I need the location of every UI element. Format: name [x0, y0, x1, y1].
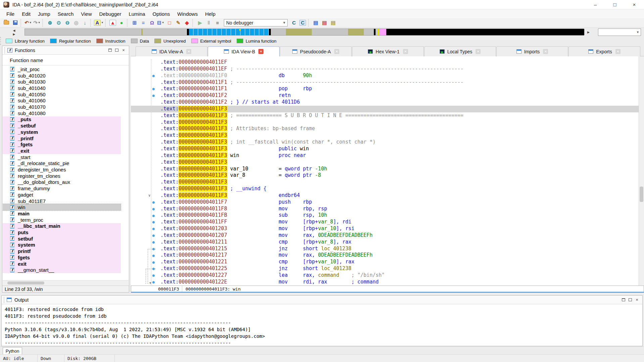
disasm-line[interactable]: .text:00000000004011EF ; ---------------…: [131, 66, 639, 72]
output-window-icon[interactable]: ▤: [329, 19, 337, 27]
disasm-line[interactable]: .text:00000000004011FB sub rsp, 10h: [131, 212, 639, 219]
menu-item-help[interactable]: Help: [201, 10, 219, 17]
menu-item-lumina[interactable]: Lumina: [125, 10, 149, 17]
function-row-main[interactable]: fmain: [3, 210, 121, 217]
debug-start-icon[interactable]: ▶: [196, 19, 204, 27]
function-row-_puts[interactable]: f_puts: [3, 116, 121, 123]
function-row-sub_401040[interactable]: fsub_401040: [3, 85, 121, 91]
jump-name-icon[interactable]: ⊙: [55, 19, 63, 27]
recent-scripts-icon[interactable]: ▤: [320, 19, 329, 27]
disasm-line[interactable]: .text:00000000004011F1 pop rbp: [131, 86, 639, 92]
navband-scroll-right-icon[interactable]: ▶: [586, 30, 591, 35]
function-row-_printf[interactable]: f_printf: [3, 135, 121, 142]
disasm-line[interactable]: .text:0000000000401221 cmp [rbp+var_10],…: [131, 259, 639, 265]
maximize-button[interactable]: □: [605, 0, 625, 9]
function-row-win[interactable]: fwin: [3, 204, 121, 210]
debug-pause-icon[interactable]: ‖: [205, 19, 213, 27]
disasm-line[interactable]: .text:0000000000401211 cmp [rbp+var_8], …: [131, 239, 639, 246]
disasm-line[interactable]: .text:00000000004011F3 var_10 = qword pt…: [131, 166, 639, 172]
function-row-_setbuf[interactable]: f_setbuf: [3, 122, 121, 129]
desktop-list-icon[interactable]: ▤: [312, 19, 320, 27]
disasm-line[interactable]: .text:00000000004011F1 ; ---------------…: [131, 79, 639, 86]
disasm-line[interactable]: .text:00000000004011EF: [131, 59, 639, 66]
menu-item-jump[interactable]: Jump: [34, 10, 54, 17]
function-row-sub_401020[interactable]: fsub_401020: [3, 72, 121, 79]
tab-local-types[interactable]: Local Types✕: [424, 46, 496, 56]
jump-back-icon[interactable]: ◎: [72, 19, 80, 27]
tab-close-icon[interactable]: ✕: [543, 49, 548, 54]
disasm-line[interactable]: .text:00000000004011F2 ; } // starts at …: [131, 99, 639, 106]
close-pane-icon[interactable]: ×: [634, 297, 640, 303]
navband-segment-gray[interactable]: [143, 29, 187, 35]
redo-icon[interactable]: ↷▼: [33, 19, 41, 27]
disasm-line[interactable]: .text:00000000004011F3 ; int __fastcall …: [131, 139, 639, 146]
function-row-deregister_tm_clones[interactable]: fderegister_tm_clones: [3, 166, 121, 173]
menu-item-windows[interactable]: Windows: [174, 10, 201, 17]
functions-horizontal-scrollbar[interactable]: [3, 280, 129, 286]
function-row-_exit[interactable]: f_exit: [3, 148, 121, 154]
debugger-select[interactable]: No debugger▼: [224, 19, 288, 27]
disasm-line[interactable]: .text:0000000000401203 mov [rbp+var_10],…: [131, 225, 639, 232]
float-pane-icon[interactable]: [113, 47, 120, 53]
minimize-button[interactable]: –: [586, 0, 605, 9]
tab-exports[interactable]: Exports✕: [568, 46, 640, 56]
function-row-_term_proc[interactable]: f_term_proc: [3, 217, 121, 223]
function-row-fgets[interactable]: ffgets: [3, 254, 121, 261]
function-row-sub_401080[interactable]: fsub_401080: [3, 110, 121, 116]
navband-segment-gray[interactable]: [364, 29, 374, 35]
lumina-status-icon[interactable]: ●: [117, 19, 126, 27]
function-row-__libc_start_main[interactable]: f__libc_start_main: [3, 223, 121, 229]
menu-item-search[interactable]: Search: [54, 10, 78, 17]
function-row-sub_401030[interactable]: fsub_401030: [3, 79, 121, 85]
disasm-line[interactable]: .text:00000000004011F7 push rbp: [131, 199, 639, 206]
disasm-line[interactable]: .text:00000000004011F3 ; ===============…: [131, 112, 639, 119]
save-icon[interactable]: [11, 19, 19, 27]
disasm-line[interactable]: .text:00000000004011F3 endbr64: [131, 192, 639, 199]
menu-item-edit[interactable]: Edit: [18, 10, 34, 17]
disasm-line[interactable]: .text:000000000040122E mov rdi, rax ; co…: [131, 279, 639, 286]
output-log[interactable]: 4011F3: restored microcode from idb4011F…: [2, 304, 642, 346]
function-row-sub_401070[interactable]: fsub_401070: [3, 104, 121, 110]
disasm-line[interactable]: .text:0000000000401215 jnz short loc_401…: [131, 246, 639, 252]
function-row-sub_401060[interactable]: fsub_401060: [3, 98, 121, 104]
disasm-line[interactable]: .text:00000000004011F3: [131, 159, 639, 166]
function-row-register_tm_clones[interactable]: fregister_tm_clones: [3, 173, 121, 179]
tab-ida-view-b[interactable]: IDA View-B✕: [208, 46, 280, 56]
function-row-_fgets[interactable]: f_fgets: [3, 141, 121, 148]
close-button[interactable]: ×: [625, 0, 644, 9]
disasm-line[interactable]: .text:00000000004011F2 retn: [131, 92, 639, 99]
functions-column-header[interactable]: Function name: [2, 55, 129, 65]
navband-segment-gray[interactable]: [312, 29, 348, 35]
disasm-line[interactable]: .text:00000000004011F3 public win: [131, 146, 639, 152]
functions-panel-titlebar[interactable]: f Functions ×: [2, 46, 129, 55]
function-row-frame_dummy[interactable]: fframe_dummy: [3, 185, 121, 192]
navband-segment-black[interactable]: [386, 29, 584, 35]
restore-pane-icon[interactable]: [620, 297, 627, 303]
compile-icon[interactable]: C: [290, 19, 298, 27]
open-segments-icon[interactable]: ⊟▼: [157, 19, 165, 27]
disassembly-view[interactable]: ∨▼ .text:00000000004011EF.text:000000000…: [131, 56, 639, 286]
disasm-line[interactable]: .text:00000000004011F8 mov rbp, rsp: [131, 206, 639, 212]
text-color-icon[interactable]: A▼: [94, 19, 104, 27]
disasm-line[interactable]: .text:0000000000401225 jnz short loc_401…: [131, 265, 639, 272]
navband-segment-olive[interactable]: [286, 29, 312, 35]
disasm-line[interactable]: .text:0000000000401207 mov rax, 0DEADBEE…: [131, 232, 639, 239]
patch-bytes-icon[interactable]: □: [165, 19, 174, 27]
disasm-line[interactable]: .text:00000000004011F3: [131, 106, 639, 112]
navband-segment-pink[interactable]: [380, 29, 386, 35]
open-file-icon[interactable]: [2, 19, 10, 27]
function-row-__do_global_dtors_aux[interactable]: f__do_global_dtors_aux: [3, 179, 121, 186]
function-row-sub_401050[interactable]: fsub_401050: [3, 91, 121, 98]
function-row-_system[interactable]: f_system: [3, 129, 121, 135]
function-row-_dl_relocate_static_pie[interactable]: f_dl_relocate_static_pie: [3, 160, 121, 167]
navband-right-arrow-icon[interactable]: ▶: [11, 32, 17, 36]
navigation-band[interactable]: ▼: [24, 29, 584, 36]
open-strings-icon[interactable]: Ω: [148, 19, 156, 27]
disasm-line[interactable]: .text:00000000004011F3: [131, 179, 639, 186]
undo-icon[interactable]: ↶▼: [24, 19, 32, 27]
disasm-line[interactable]: .text:00000000004011F3: [131, 132, 639, 139]
disasm-line[interactable]: .text:00000000004011F3 win proc near: [131, 152, 639, 159]
edit-comment-icon[interactable]: ✎: [174, 19, 182, 27]
disasm-line[interactable]: .text:0000000000401217 mov rax, 0DEADBEE…: [131, 252, 639, 259]
menu-item-view[interactable]: View: [77, 10, 95, 17]
